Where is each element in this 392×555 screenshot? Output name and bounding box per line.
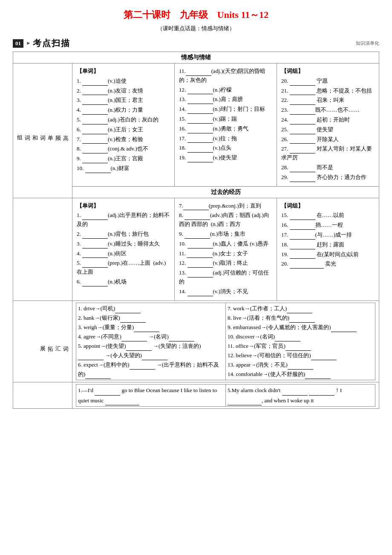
sentence-right: 5.My alarm clock didn't ！I , and when I … (226, 384, 375, 407)
topic2-phrases-col: 【词组】 15. 在……以前 16. 捎……一程 17. (与……)成一排 18… (277, 198, 379, 301)
sentence-left: 1.—I'd go to Blue Ocean because I like t… (76, 384, 226, 407)
main-content-table: 情感与情绪 高频单词和词组 【单词】 1. (v.)迫使 2. (n.)友谊；友… (13, 52, 379, 409)
topic2-filler (13, 198, 72, 301)
label-cihuituozhan: 词汇拓展 (13, 301, 72, 382)
section-title: 考点扫描 (33, 38, 70, 49)
vocab-expand-content: 1. drive→(司机) 2. bank→(银行家) 3. weigh→(重量… (72, 301, 379, 382)
sentence-table: 1.—I'd go to Blue Ocean because I like t… (76, 384, 375, 407)
sentence-content: 1.—I'd go to Blue Ocean because I like t… (72, 382, 379, 409)
phrases-col: 【词组】 20. 宁愿 21. 忽略；不提及；不包括 22. 召来；叫来 23.… (277, 64, 379, 187)
page-title: 第二十课时 九年级 Units 11～12 (13, 9, 379, 21)
vocab-left: 1. drive→(司机) 2. bank→(银行家) 3. weigh→(重量… (76, 303, 226, 380)
topic1-header-row: 情感与情绪 (13, 52, 379, 64)
topic1-content-row: 高频单词和词组 【单词】 1. (v.)迫使 2. (n.)友谊；友情 3. (… (13, 64, 379, 187)
section-arrow-icon: ► (26, 40, 31, 46)
vocab-expand-table: 1. drive→(司机) 2. bank→(银行家) 3. weigh→(重量… (76, 303, 375, 381)
words-col2: 11.(adj.)(天空)阴沉的昏暗的；灰色的 12. (n.)柠檬 13. (… (175, 64, 277, 187)
label-gaopin: 高频单词和词组 (13, 64, 72, 198)
section-badge: 01 (13, 39, 23, 48)
topic2-words-col1: 【单词】 1. (adj.)出乎意料的；始料不及的 2. (n.)背包；旅行包 … (72, 198, 175, 301)
label-sentence (13, 382, 72, 409)
words-col1: 【单词】 1. (v.)迫使 2. (n.)友谊；友情 3. (n.)国王；君主… (72, 64, 175, 187)
topic1-header: 情感与情绪 (13, 52, 379, 64)
sentence-row: 1.—I'd go to Blue Ocean because I like t… (13, 382, 379, 409)
section-label-right: 知识清单化 (356, 40, 379, 46)
topic2-content-row: 【单词】 1. (adj.)出乎意料的；始料不及的 2. (n.)背包；旅行包 … (13, 198, 379, 301)
vocab-expand-row: 词汇拓展 1. drive→(司机) 2. bank→(银行家) 3. weig… (13, 301, 379, 382)
vocab-right: 7. work→(工作者；工人) 8. live→(活着；有生气的) 9. em… (226, 303, 375, 380)
subtitle: （课时重点话题：情感与情绪） (13, 25, 379, 32)
section-header: 01 ► 考点扫描 知识清单化 (13, 38, 379, 49)
topic2-header: 过去的经历 (72, 186, 379, 198)
topic2-words-col2: 7.(prep.&conj.)到；直到 8. (adv.)向西；朝西 (adj.… (175, 198, 277, 301)
